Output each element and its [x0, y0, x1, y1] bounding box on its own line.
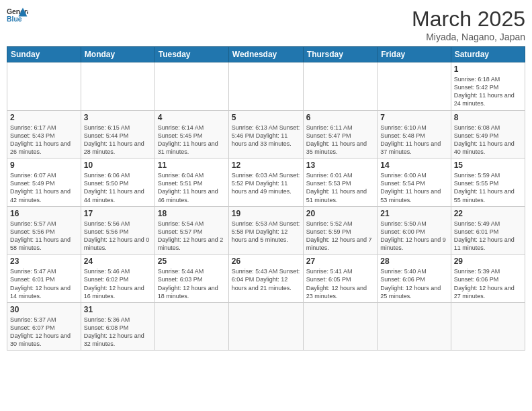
- day-info: Sunrise: 6:15 AM Sunset: 5:44 PM Dayligh…: [84, 124, 152, 156]
- day-number: 27: [306, 257, 374, 266]
- calendar-cell: 4Sunrise: 6:14 AM Sunset: 5:45 PM Daylig…: [154, 110, 228, 158]
- day-info: Sunrise: 5:57 AM Sunset: 5:56 PM Dayligh…: [10, 220, 78, 253]
- day-info: Sunrise: 5:49 AM Sunset: 6:01 PM Dayligh…: [454, 220, 522, 253]
- calendar-cell: 14Sunrise: 6:00 AM Sunset: 5:54 PM Dayli…: [378, 158, 451, 207]
- day-info: Sunrise: 6:18 AM Sunset: 5:42 PM Dayligh…: [454, 75, 522, 108]
- calendar-cell: 6Sunrise: 6:11 AM Sunset: 5:47 PM Daylig…: [303, 110, 377, 158]
- calendar-cell: 25Sunrise: 5:44 AM Sunset: 6:03 PM Dayli…: [154, 255, 228, 303]
- calendar-cell: 17Sunrise: 5:56 AM Sunset: 5:56 PM Dayli…: [81, 206, 154, 255]
- day-info: Sunrise: 6:17 AM Sunset: 5:43 PM Dayligh…: [10, 124, 78, 156]
- day-info: Sunrise: 5:39 AM Sunset: 6:06 PM Dayligh…: [454, 267, 522, 300]
- header: General Blue March 2025 Miyada, Nagano, …: [7, 7, 525, 42]
- calendar-cell: 13Sunrise: 6:01 AM Sunset: 5:53 PM Dayli…: [303, 158, 377, 207]
- day-number: 4: [158, 113, 226, 122]
- calendar-week-5: 23Sunrise: 5:47 AM Sunset: 6:01 PM Dayli…: [7, 255, 525, 303]
- calendar-cell: 7Sunrise: 6:10 AM Sunset: 5:48 PM Daylig…: [378, 110, 451, 158]
- calendar-week-3: 9Sunrise: 6:07 AM Sunset: 5:49 PM Daylig…: [7, 158, 525, 207]
- col-tuesday: Tuesday: [154, 47, 228, 62]
- day-info: Sunrise: 5:46 AM Sunset: 6:02 PM Dayligh…: [84, 267, 152, 300]
- calendar-cell: 20Sunrise: 5:52 AM Sunset: 5:59 PM Dayli…: [303, 206, 377, 255]
- day-info: Sunrise: 6:04 AM Sunset: 5:51 PM Dayligh…: [158, 171, 226, 204]
- day-number: 21: [380, 209, 447, 218]
- day-info: Sunrise: 6:01 AM Sunset: 5:53 PM Dayligh…: [306, 171, 374, 204]
- calendar-cell: 29Sunrise: 5:39 AM Sunset: 6:06 PM Dayli…: [451, 255, 525, 303]
- calendar-cell: 30Sunrise: 5:37 AM Sunset: 6:07 PM Dayli…: [7, 302, 81, 351]
- day-number: 7: [380, 113, 447, 122]
- calendar-cell: [154, 62, 228, 111]
- day-number: 2: [10, 113, 78, 122]
- day-number: 18: [158, 209, 226, 218]
- day-number: 16: [10, 209, 78, 218]
- calendar-cell: 11Sunrise: 6:04 AM Sunset: 5:51 PM Dayli…: [154, 158, 228, 207]
- calendar-cell: 18Sunrise: 5:54 AM Sunset: 5:57 PM Dayli…: [154, 206, 228, 255]
- day-info: Sunrise: 5:56 AM Sunset: 5:56 PM Dayligh…: [84, 220, 152, 253]
- day-number: 6: [306, 113, 374, 122]
- calendar-cell: [154, 302, 228, 351]
- col-monday: Monday: [81, 47, 154, 62]
- day-number: 31: [84, 305, 152, 314]
- calendar-week-6: 30Sunrise: 5:37 AM Sunset: 6:07 PM Dayli…: [7, 302, 525, 351]
- calendar-table: Sunday Monday Tuesday Wednesday Thursday…: [7, 46, 525, 351]
- day-number: 9: [10, 161, 78, 170]
- calendar-cell: 2Sunrise: 6:17 AM Sunset: 5:43 PM Daylig…: [7, 110, 81, 158]
- day-number: 30: [10, 305, 78, 314]
- day-number: 28: [380, 257, 447, 266]
- day-info: Sunrise: 6:03 AM Sunset: 5:52 PM Dayligh…: [232, 171, 300, 195]
- col-saturday: Saturday: [451, 47, 525, 62]
- day-info: Sunrise: 6:13 AM Sunset: 5:46 PM Dayligh…: [232, 124, 300, 148]
- calendar-week-1: 1Sunrise: 6:18 AM Sunset: 5:42 PM Daylig…: [7, 62, 525, 111]
- day-number: 13: [306, 161, 374, 170]
- logo-icon: General Blue: [7, 7, 28, 26]
- day-number: 8: [454, 113, 522, 122]
- day-info: Sunrise: 6:14 AM Sunset: 5:45 PM Dayligh…: [158, 124, 226, 156]
- day-info: Sunrise: 5:47 AM Sunset: 6:01 PM Dayligh…: [10, 267, 78, 300]
- calendar-cell: 22Sunrise: 5:49 AM Sunset: 6:01 PM Dayli…: [451, 206, 525, 255]
- calendar-cell: [378, 62, 451, 111]
- day-number: 29: [454, 257, 522, 266]
- title-block: March 2025 Miyada, Nagano, Japan: [412, 7, 525, 42]
- day-number: 19: [232, 209, 300, 218]
- day-number: 3: [84, 113, 152, 122]
- day-number: 1: [454, 64, 522, 74]
- logo: General Blue: [7, 7, 28, 26]
- col-sunday: Sunday: [7, 47, 81, 62]
- day-info: Sunrise: 6:06 AM Sunset: 5:50 PM Dayligh…: [84, 171, 152, 204]
- calendar-week-2: 2Sunrise: 6:17 AM Sunset: 5:43 PM Daylig…: [7, 110, 525, 158]
- day-info: Sunrise: 5:44 AM Sunset: 6:03 PM Dayligh…: [158, 267, 226, 300]
- day-number: 24: [84, 257, 152, 266]
- calendar-cell: 21Sunrise: 5:50 AM Sunset: 6:00 PM Dayli…: [378, 206, 451, 255]
- day-number: 26: [232, 257, 300, 266]
- day-info: Sunrise: 5:50 AM Sunset: 6:00 PM Dayligh…: [380, 220, 447, 253]
- day-number: 14: [380, 161, 447, 170]
- calendar-cell: 10Sunrise: 6:06 AM Sunset: 5:50 PM Dayli…: [81, 158, 154, 207]
- calendar-cell: 24Sunrise: 5:46 AM Sunset: 6:02 PM Dayli…: [81, 255, 154, 303]
- calendar-cell: 12Sunrise: 6:03 AM Sunset: 5:52 PM Dayli…: [228, 158, 303, 207]
- calendar-cell: [303, 302, 377, 351]
- day-number: 10: [84, 161, 152, 170]
- calendar-cell: [7, 62, 81, 111]
- day-info: Sunrise: 5:41 AM Sunset: 6:05 PM Dayligh…: [306, 267, 374, 300]
- day-number: 15: [454, 161, 522, 170]
- calendar-cell: 28Sunrise: 5:40 AM Sunset: 6:06 PM Dayli…: [378, 255, 451, 303]
- day-info: Sunrise: 5:52 AM Sunset: 5:59 PM Dayligh…: [306, 220, 374, 253]
- calendar-cell: [228, 62, 303, 111]
- month-title: March 2025: [412, 7, 525, 32]
- calendar-cell: [378, 302, 451, 351]
- day-info: Sunrise: 6:08 AM Sunset: 5:49 PM Dayligh…: [454, 124, 522, 156]
- calendar-cell: 1Sunrise: 6:18 AM Sunset: 5:42 PM Daylig…: [451, 62, 525, 111]
- day-number: 17: [84, 209, 152, 218]
- calendar-cell: 8Sunrise: 6:08 AM Sunset: 5:49 PM Daylig…: [451, 110, 525, 158]
- calendar-cell: 16Sunrise: 5:57 AM Sunset: 5:56 PM Dayli…: [7, 206, 81, 255]
- calendar-cell: 15Sunrise: 5:59 AM Sunset: 5:55 PM Dayli…: [451, 158, 525, 207]
- day-number: 11: [158, 161, 226, 170]
- page: General Blue March 2025 Miyada, Nagano, …: [0, 0, 532, 411]
- day-info: Sunrise: 5:37 AM Sunset: 6:07 PM Dayligh…: [10, 316, 78, 349]
- col-wednesday: Wednesday: [228, 47, 303, 62]
- day-info: Sunrise: 5:36 AM Sunset: 6:08 PM Dayligh…: [84, 316, 152, 349]
- calendar-cell: 19Sunrise: 5:53 AM Sunset: 5:58 PM Dayli…: [228, 206, 303, 255]
- day-number: 12: [232, 161, 300, 170]
- calendar-cell: 9Sunrise: 6:07 AM Sunset: 5:49 PM Daylig…: [7, 158, 81, 207]
- col-thursday: Thursday: [303, 47, 377, 62]
- calendar-cell: 3Sunrise: 6:15 AM Sunset: 5:44 PM Daylig…: [81, 110, 154, 158]
- calendar-cell: 5Sunrise: 6:13 AM Sunset: 5:46 PM Daylig…: [228, 110, 303, 158]
